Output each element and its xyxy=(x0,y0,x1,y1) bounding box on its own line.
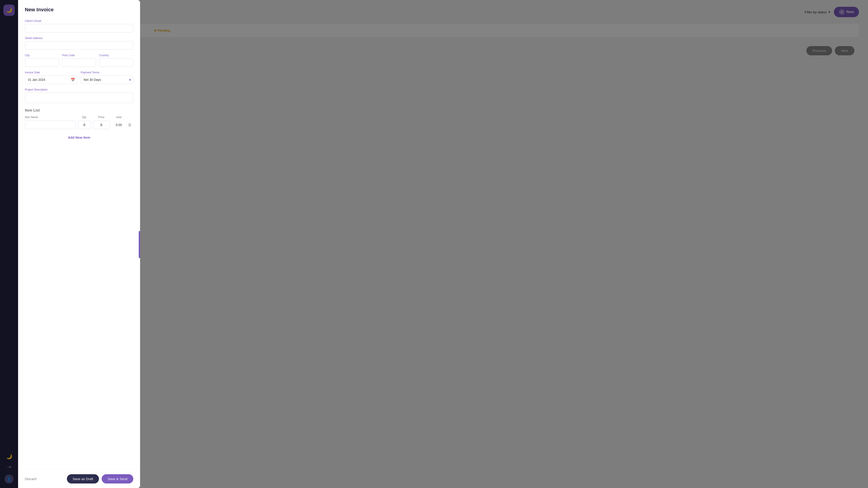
add-new-item-button[interactable]: Add New Item xyxy=(25,132,133,143)
street-address-input[interactable] xyxy=(25,41,133,50)
item-list-headers: Item Name Qty. Price total xyxy=(25,116,133,119)
project-description-label: Project Description xyxy=(25,88,133,91)
payment-terms-select[interactable]: Net 30 Days Net 60 Days Net 90 Days Due … xyxy=(81,75,133,84)
client-email-input[interactable] xyxy=(25,24,133,33)
item-price-input[interactable] xyxy=(93,121,110,129)
payment-terms-group: Payment Terms Net 30 Days Net 60 Days Ne… xyxy=(81,71,133,84)
client-email-group: Client's Email xyxy=(25,20,133,33)
project-description-group: Project Description xyxy=(25,88,133,103)
modal-header: New Invoice xyxy=(18,0,140,20)
invoice-date-group: Invoice Date 📅 xyxy=(25,71,78,84)
save-send-button[interactable]: Save & Send xyxy=(102,474,133,484)
item-total: 0.00 xyxy=(112,123,126,127)
item-list-section-title: Item List xyxy=(25,108,133,112)
item-row: 0.00 🗑 xyxy=(25,121,133,129)
city-input[interactable] xyxy=(25,58,59,67)
item-name-header: Item Name xyxy=(25,116,76,119)
modal-title: New Invoice xyxy=(25,7,133,13)
payment-terms-label: Payment Terms xyxy=(81,71,133,74)
invoice-date-input[interactable] xyxy=(25,75,78,84)
project-description-input[interactable] xyxy=(25,93,133,103)
item-qty-header: Qty. xyxy=(78,116,91,119)
location-row: City Post Code Country xyxy=(25,54,133,71)
scroll-indicator xyxy=(139,231,140,258)
post-code-label: Post Code xyxy=(62,54,96,57)
city-group: City xyxy=(25,54,59,67)
street-address-label: Street Address xyxy=(25,37,133,40)
country-input[interactable] xyxy=(99,58,133,67)
footer-right-actions: Save as Draft Save & Send xyxy=(67,474,133,484)
post-code-group: Post Code xyxy=(62,54,96,67)
country-group: Country xyxy=(99,54,133,67)
city-label: City xyxy=(25,54,59,57)
modal-body: Client's Email Street Address City Post … xyxy=(18,20,140,469)
payment-terms-wrapper: Net 30 Days Net 60 Days Net 90 Days Due … xyxy=(81,75,133,84)
country-label: Country xyxy=(99,54,133,57)
calendar-icon: 📅 xyxy=(71,78,75,82)
post-code-input[interactable] xyxy=(62,58,96,67)
item-name-input[interactable] xyxy=(25,121,76,129)
client-email-label: Client's Email xyxy=(25,20,133,23)
discard-button[interactable]: Discard xyxy=(25,477,36,481)
item-delete-button[interactable]: 🗑 xyxy=(128,123,133,127)
date-terms-row: Invoice Date 📅 Payment Terms Net 30 Days… xyxy=(25,71,133,88)
item-price-header: Price xyxy=(93,116,110,119)
date-input-wrapper: 📅 xyxy=(25,75,78,84)
modal-footer: Discard Save as Draft Save & Send xyxy=(18,469,140,488)
street-address-group: Street Address xyxy=(25,37,133,50)
new-invoice-modal: New Invoice Client's Email Street Addres… xyxy=(18,0,140,488)
item-qty-input[interactable] xyxy=(78,121,91,129)
save-draft-button[interactable]: Save as Draft xyxy=(67,474,99,484)
invoice-date-label: Invoice Date xyxy=(25,71,78,74)
item-total-header: total xyxy=(112,116,126,119)
